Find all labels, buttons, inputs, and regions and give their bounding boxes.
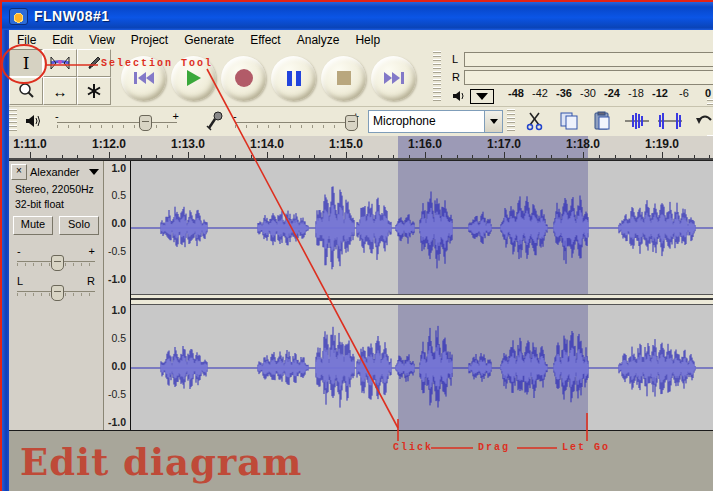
pan-thumb[interactable] <box>51 285 64 301</box>
menu-analyze[interactable]: Analyze <box>289 31 348 49</box>
multi-tool-button[interactable] <box>77 77 111 105</box>
copy-button[interactable] <box>554 109 584 133</box>
db-tick: -6 <box>672 87 696 99</box>
stop-button[interactable] <box>321 56 366 101</box>
vr-label: 0.5 <box>111 332 126 344</box>
input-volume-slider[interactable]: - + <box>235 117 357 129</box>
meter-left-bar <box>464 52 713 67</box>
record-icon <box>234 68 254 88</box>
mixer-grip[interactable] <box>9 109 17 133</box>
input-source-value: Microphone <box>369 111 484 132</box>
time-label: 1:15.0 <box>329 137 363 151</box>
output-max-label: + <box>173 110 179 122</box>
vr-label: -1.0 <box>108 273 126 285</box>
menu-effect[interactable]: Effect <box>242 31 288 49</box>
cut-button[interactable] <box>521 109 551 133</box>
input-min-label: - <box>233 110 237 122</box>
pan-right-label: R <box>87 275 95 287</box>
mixer-toolbar: - + - + Microphone <box>9 107 713 135</box>
time-label: 1:18.0 <box>566 137 600 151</box>
microphone-icon <box>205 111 225 133</box>
mute-button[interactable]: Mute <box>13 216 53 235</box>
output-volume-thumb[interactable] <box>139 115 152 131</box>
vr-label: 1.0 <box>111 304 126 316</box>
gain-thumb[interactable] <box>51 255 64 271</box>
gain-min-label: - <box>17 245 21 257</box>
edit-diagram-caption: Edit diagram <box>20 440 303 484</box>
vr-label: -1.0 <box>108 416 126 428</box>
meter-left-label: L <box>452 53 464 65</box>
track-name: Alexander <box>30 166 80 178</box>
selection-tool-button[interactable]: I <box>9 49 43 77</box>
skip-to-end-button[interactable] <box>371 56 416 101</box>
db-tick: -18 <box>624 87 648 99</box>
paste-button[interactable] <box>587 109 617 133</box>
db-tick: -48 <box>504 87 528 99</box>
input-source-select[interactable]: Microphone <box>368 110 503 133</box>
waveform-area[interactable] <box>131 161 713 430</box>
output-speaker-icon <box>25 114 41 128</box>
title-bar[interactable]: FLNW08#1 <box>2 2 713 30</box>
db-tick: -30 <box>576 87 600 99</box>
combo-arrow-icon <box>490 119 498 124</box>
stop-icon <box>336 70 352 86</box>
track-title-menu[interactable]: Alexander <box>27 166 101 178</box>
pan-left-label: L <box>17 275 23 287</box>
track-format-label: Stereo, 22050Hz <box>15 183 103 195</box>
stereo-waveform <box>131 161 713 430</box>
vr-label: -0.5 <box>108 245 126 257</box>
meter-dropdown-button[interactable] <box>470 89 494 104</box>
menu-view[interactable]: View <box>81 31 123 49</box>
window-title: FLNW08#1 <box>34 8 110 24</box>
menu-bar: File Edit View Project Generate Effect A… <box>9 30 713 49</box>
menu-help[interactable]: Help <box>347 31 388 49</box>
drag-label: Drag <box>478 442 510 453</box>
edit-toolbar-grip[interactable] <box>507 109 515 133</box>
ibeam-icon: I <box>23 53 30 73</box>
db-tick: -36 <box>552 87 576 99</box>
time-label: 1:19.0 <box>645 137 679 151</box>
time-label: 1:16.0 <box>408 137 442 151</box>
combo-arrow-button[interactable] <box>484 111 502 132</box>
db-tick: 0 <box>696 87 713 99</box>
time-label: 1:12.0 <box>92 137 126 151</box>
gain-max-label: + <box>89 245 95 257</box>
pause-button[interactable] <box>271 56 316 101</box>
menu-generate[interactable]: Generate <box>176 31 242 49</box>
play-icon <box>185 69 203 87</box>
output-min-label: - <box>55 110 59 122</box>
cut-scissors-icon <box>526 111 546 131</box>
output-volume-slider[interactable]: - + <box>57 117 177 129</box>
record-button[interactable] <box>221 56 266 101</box>
timeline-ruler[interactable]: 1:11.0 1:12.0 1:13.0 1:14.0 1:15.0 1:16.… <box>9 136 713 160</box>
menu-file[interactable]: File <box>9 31 44 49</box>
vr-label: 0.0 <box>111 217 126 229</box>
input-volume-thumb[interactable] <box>345 115 358 131</box>
menu-edit[interactable]: Edit <box>44 31 81 49</box>
time-label: 1:13.0 <box>171 137 205 151</box>
silence-button[interactable] <box>655 109 685 133</box>
magnifier-icon <box>17 82 35 100</box>
time-shift-tool-button[interactable]: ↔ <box>43 77 77 105</box>
menu-project[interactable]: Project <box>123 31 176 49</box>
track-depth-label: 32-bit float <box>15 198 103 210</box>
meter-right-bar <box>464 70 713 85</box>
undo-button[interactable] <box>690 109 713 133</box>
zoom-tool-button[interactable] <box>9 77 43 105</box>
track-close-button[interactable]: × <box>11 164 27 180</box>
window-frame-left <box>2 0 9 491</box>
envelope-icon <box>49 55 71 71</box>
trim-button[interactable] <box>622 109 652 133</box>
gain-slider[interactable]: - + <box>17 257 95 267</box>
annotation-border-left <box>0 0 2 491</box>
pan-slider[interactable]: L R <box>17 287 95 297</box>
meter-scale-row: -48 -42 -36 -30 -24 -18 -12 -6 0 <box>452 87 713 105</box>
track-region: × Alexander Stereo, 22050Hz 32-bit float… <box>9 160 713 432</box>
meter-right-label: R <box>452 71 464 83</box>
selection-tool-callout: Selection Tool <box>101 58 213 69</box>
meter-toolbar-grip[interactable] <box>433 51 441 103</box>
envelope-tool-button[interactable] <box>43 49 77 77</box>
arrows-icon: ↔ <box>53 83 68 100</box>
annotation-border-top <box>0 0 713 2</box>
solo-button[interactable]: Solo <box>59 216 99 235</box>
